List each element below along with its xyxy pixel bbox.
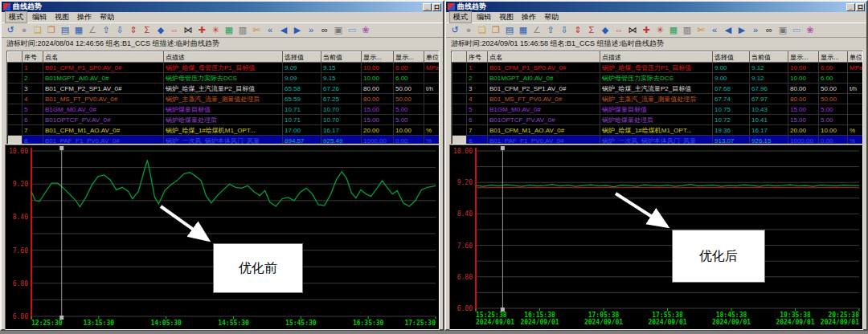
selected-value: 67.68: [713, 84, 750, 94]
row-select-check: √: [452, 63, 467, 73]
open-folder-icon[interactable]: ❏: [477, 24, 488, 36]
record-icon[interactable]: ●: [463, 24, 474, 36]
table-row[interactable]: 6B01OPTCF_PV.AV_0#锅炉给煤量处理后10.7110.7015.0…: [8, 115, 440, 125]
stretch-horizontal-icon[interactable]: ⇔: [169, 24, 180, 36]
menu-view[interactable]: 视图: [496, 12, 517, 22]
pointer-icon[interactable]: ◆: [600, 24, 611, 36]
record-icon[interactable]: ●: [18, 24, 30, 36]
burst-icon[interactable]: ✳: [654, 24, 665, 36]
about-icon[interactable]: ❀: [805, 24, 816, 36]
scale-down-icon[interactable]: ⇩: [559, 24, 570, 36]
current-value: 67.96: [750, 84, 788, 94]
menu-edit[interactable]: 编辑: [29, 12, 50, 22]
join-icon[interactable]: ⋈: [627, 24, 638, 36]
save-as-icon[interactable]: ▣: [777, 24, 788, 36]
table-row[interactable]: √1B01_CFM_P1_SP0.AV_0#锅炉_给煤_母管压力P1_目标值9.…: [8, 63, 440, 73]
fast-forward-icon[interactable]: »: [750, 24, 761, 36]
plus-icon[interactable]: ✚: [641, 24, 652, 36]
stretch-vertical-icon[interactable]: ⇕: [572, 24, 583, 36]
burst-icon[interactable]: ✳: [210, 24, 221, 36]
table-row[interactable]: 5B1GM_M0.AV_0#锅炉煤量目标值10.7110.7015.005.00: [8, 104, 440, 115]
table-row[interactable]: 8B01_PAF_F1_PV0.AV_0#锅炉_一次风_锅炉本体风门_风量894…: [8, 136, 440, 145]
join-icon[interactable]: ⋈: [182, 24, 194, 36]
point-name: B01_MS_FT_PV0.AV_0#: [43, 94, 164, 104]
table-row[interactable]: 7B01_CFM_M1_AO.AV_0#锅炉_给煤_1#给煤机M1_OPT...…: [8, 125, 440, 136]
chart-icon[interactable]: ▦: [668, 24, 679, 36]
point-name: B01OPTCF_PV.AV_0#: [43, 115, 164, 125]
save-as-icon[interactable]: ▣: [333, 24, 344, 36]
menu-help[interactable]: 帮助: [541, 12, 562, 22]
plus-icon[interactable]: ✚: [196, 24, 207, 36]
binoculars-icon[interactable]: ∞: [764, 24, 775, 36]
save-icon[interactable]: ▤: [59, 24, 71, 36]
title-bar[interactable]: 曲线趋势 _ 口: [2, 2, 443, 12]
scale-up-icon[interactable]: ⇧: [100, 24, 112, 36]
sigma-icon[interactable]: Σ: [141, 24, 153, 36]
display-high: 10.00: [362, 73, 394, 84]
menu-mode[interactable]: 模式: [449, 11, 472, 23]
x-axis-time-label: 17:05:38: [588, 312, 620, 319]
table-row[interactable]: 3B01_CFM_P2_SP1.AV_0#锅炉_给煤_主汽流量P2_目标值67.…: [452, 84, 864, 94]
menu-help[interactable]: 帮助: [96, 12, 117, 22]
print-icon[interactable]: ▥: [237, 24, 248, 36]
fast-forward-icon[interactable]: »: [305, 24, 317, 36]
maximize-button[interactable]: 口: [432, 3, 441, 11]
fast-back-icon[interactable]: «: [709, 24, 720, 36]
table-row[interactable]: 7B01_CFM_M1_AO.AV_0#锅炉_给煤_1#给煤机M1_OPT...…: [452, 125, 864, 136]
minimize-button[interactable]: _: [846, 3, 855, 11]
forward-icon[interactable]: ▶: [292, 24, 303, 36]
menu-view[interactable]: 视图: [51, 12, 72, 22]
table-row[interactable]: 4B01_MS_FT_PV0.AV_0#锅炉_主蒸汽_流量_测量值处理后67.7…: [452, 94, 864, 104]
row-select-check: [452, 84, 467, 94]
menu-operate[interactable]: 操作: [74, 12, 95, 22]
chart-icon[interactable]: ▦: [223, 24, 235, 36]
refresh-icon[interactable]: ↺: [5, 24, 16, 36]
menu-edit[interactable]: 编辑: [473, 12, 494, 22]
point-description: 锅炉_给煤_主汽流量P2_目标值: [600, 84, 713, 94]
table-row[interactable]: 6B01OPTCF_PV.AV_0#锅炉给煤量处理后10.7210.4115.0…: [452, 115, 864, 125]
pointer-icon[interactable]: ◆: [155, 24, 166, 36]
table-row[interactable]: √2B01MGPT_AI0.AV_0#锅炉母管压力实际去DCS9.099.151…: [8, 73, 440, 84]
new-page-icon[interactable]: ❐: [46, 24, 57, 36]
about-icon[interactable]: ❀: [360, 24, 371, 36]
print-icon[interactable]: ▥: [682, 24, 693, 36]
menu-operate[interactable]: 操作: [518, 12, 539, 22]
unit: %: [848, 136, 864, 145]
time-cursor[interactable]: [501, 146, 505, 312]
table-row[interactable]: 5B1GM_M0.AV_0#锅炉煤量目标值10.7510.4315.005.00: [452, 104, 864, 115]
measure-icon[interactable]: ∠: [87, 24, 98, 36]
table-row[interactable]: 8B01_PAF_F1_PV0.AV_0#锅炉_一次风_锅炉本体风门_风量913…: [452, 136, 864, 145]
table-row[interactable]: 3B01_CFM_P2_SP1.AV_0#锅炉_给煤_主汽流量P2_目标值65.…: [8, 84, 440, 94]
stretch-horizontal-icon[interactable]: ⇔: [613, 24, 624, 36]
back-icon[interactable]: ◀: [278, 24, 289, 36]
scale-down-icon[interactable]: ⇩: [114, 24, 125, 36]
export-icon[interactable]: ▭: [791, 24, 802, 36]
back-icon[interactable]: ◀: [723, 24, 734, 36]
refresh-icon[interactable]: ↺: [449, 24, 461, 36]
save-icon[interactable]: ▤: [504, 24, 515, 36]
menu-mode[interactable]: 模式: [5, 11, 27, 23]
sigma-icon[interactable]: Σ: [586, 24, 597, 36]
minimize-button[interactable]: _: [423, 3, 432, 11]
export-icon[interactable]: ▭: [346, 24, 358, 36]
fast-back-icon[interactable]: «: [264, 24, 276, 36]
table-row[interactable]: √1B01_CFM_P1_SP0.AV_0#锅炉_给煤_母管压力P1_目标值9.…: [452, 63, 864, 73]
tools-icon[interactable]: ✄: [251, 24, 262, 36]
display-low: 5.00: [394, 104, 424, 115]
table-row[interactable]: √2B01MGPT_AI0.AV_0#锅炉母管压力实际去DCS9.009.121…: [452, 73, 864, 84]
new-page-icon[interactable]: ❐: [490, 24, 502, 36]
stretch-vertical-icon[interactable]: ⇕: [128, 24, 139, 36]
measure-icon[interactable]: ∠: [531, 24, 542, 36]
grid-view-icon[interactable]: ▦: [518, 24, 529, 36]
open-folder-icon[interactable]: ❏: [32, 24, 43, 36]
grid-view-icon[interactable]: ▦: [73, 24, 84, 36]
maximize-button[interactable]: 口: [856, 3, 865, 11]
tools-icon[interactable]: ✄: [695, 24, 706, 36]
table-row[interactable]: 4B01_MS_FT_PV0.AV_0#锅炉_主蒸汽_流量_测量值处理后65.5…: [8, 94, 440, 104]
binoculars-icon[interactable]: ∞: [319, 24, 330, 36]
column-header: 单位: [848, 52, 864, 63]
forward-icon[interactable]: ▶: [736, 24, 747, 36]
time-cursor[interactable]: [59, 146, 63, 320]
scale-up-icon[interactable]: ⇧: [545, 24, 556, 36]
title-bar[interactable]: 曲线趋势 _ 口: [446, 2, 866, 12]
